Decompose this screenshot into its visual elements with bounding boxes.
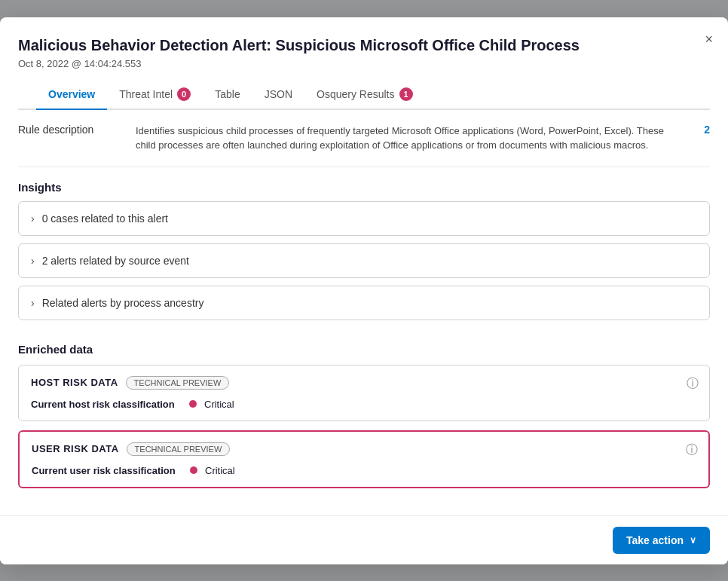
host-risk-preview-badge: TECHNICAL PREVIEW: [126, 376, 230, 390]
rule-description-row: Rule description Identifies suspicious c…: [18, 110, 710, 167]
user-risk-card-header: USER RISK DATA TECHNICAL PREVIEW: [32, 442, 696, 456]
tab-json-label: JSON: [265, 88, 292, 100]
user-risk-preview-badge: TECHNICAL PREVIEW: [127, 442, 231, 456]
tab-table-label: Table: [215, 88, 240, 100]
take-action-label: Take action: [626, 534, 684, 546]
host-risk-value: Critical: [204, 399, 234, 410]
insight-ancestry-text: Related alerts by process ancestry: [42, 297, 204, 309]
insight-ancestry-chevron: ›: [31, 297, 35, 309]
tab-table[interactable]: Table: [203, 81, 252, 110]
user-risk-dot: [190, 466, 197, 474]
tab-overview-label: Overview: [48, 88, 95, 100]
modal-body: Rule description Identifies suspicious c…: [0, 110, 728, 515]
rule-description-label: Rule description: [18, 124, 124, 136]
host-risk-info-icon[interactable]: ⓘ: [687, 376, 699, 392]
tab-osquery[interactable]: Osquery Results 1: [304, 81, 425, 110]
user-risk-row-label: Current user risk classification: [32, 465, 182, 476]
insight-cases-chevron: ›: [31, 213, 35, 225]
user-risk-value: Critical: [205, 465, 235, 476]
user-risk-card: USER RISK DATA TECHNICAL PREVIEW ⓘ Curre…: [18, 430, 710, 488]
take-action-button[interactable]: Take action ∨: [613, 527, 710, 554]
insight-cases[interactable]: › 0 cases related to this alert: [18, 201, 710, 236]
alert-modal: Malicious Behavior Detection Alert: Susp…: [0, 17, 728, 564]
take-action-chevron-icon: ∨: [690, 535, 696, 546]
insight-ancestry[interactable]: › Related alerts by process ancestry: [18, 286, 710, 320]
osquery-badge: 1: [399, 87, 413, 101]
enriched-data-title: Enriched data: [18, 328, 710, 365]
insight-alerts-chevron: ›: [31, 255, 35, 267]
threat-intel-badge: 0: [177, 87, 191, 101]
tab-threat-intel[interactable]: Threat Intel 0: [107, 81, 203, 110]
tab-overview[interactable]: Overview: [36, 81, 107, 110]
tab-osquery-label: Osquery Results: [317, 88, 394, 100]
host-risk-row-label: Current host risk classification: [31, 399, 182, 410]
close-button[interactable]: ×: [702, 29, 716, 49]
tabs-bar: Overview Threat Intel 0 Table JSON Osque…: [18, 81, 710, 110]
insight-alerts[interactable]: › 2 alerts related by source event: [18, 243, 710, 278]
host-risk-dot: [189, 400, 197, 408]
tab-threat-intel-label: Threat Intel: [119, 88, 173, 100]
rule-description-text: Identifies suspicious child processes of…: [136, 124, 671, 153]
rule-description-count[interactable]: 2: [695, 124, 710, 136]
host-risk-row: Current host risk classification Critica…: [31, 399, 697, 410]
insights-title: Insights: [18, 167, 710, 201]
tab-json[interactable]: JSON: [252, 81, 304, 110]
insight-alerts-text: 2 alerts related by source event: [42, 255, 189, 267]
user-risk-info-icon[interactable]: ⓘ: [686, 442, 698, 458]
modal-title: Malicious Behavior Detection Alert: Susp…: [18, 35, 710, 55]
host-risk-card-header: HOST RISK DATA TECHNICAL PREVIEW: [31, 376, 697, 390]
user-risk-title: USER RISK DATA: [32, 443, 119, 454]
modal-header: Malicious Behavior Detection Alert: Susp…: [0, 17, 728, 110]
modal-footer: Take action ∨: [0, 515, 728, 564]
user-risk-row: Current user risk classification Critica…: [32, 465, 696, 476]
insight-cases-text: 0 cases related to this alert: [42, 213, 168, 225]
host-risk-title: HOST RISK DATA: [31, 377, 118, 388]
host-risk-card: HOST RISK DATA TECHNICAL PREVIEW ⓘ Curre…: [18, 365, 710, 421]
modal-overlay: Malicious Behavior Detection Alert: Susp…: [0, 0, 728, 581]
modal-subtitle: Oct 8, 2022 @ 14:04:24.553: [18, 58, 710, 69]
